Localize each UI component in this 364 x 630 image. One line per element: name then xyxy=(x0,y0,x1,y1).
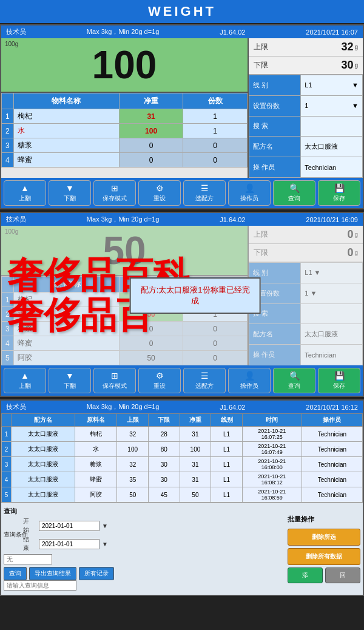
info-val-copies[interactable]: 1 ▼ xyxy=(301,95,363,116)
row-time: 2021-10-21 16:08:12 xyxy=(242,472,302,487)
p2-btn-operator[interactable]: 👤 操作员 xyxy=(228,368,271,393)
row-idx: 2 xyxy=(2,442,12,457)
p2-reset-icon: ⚙ xyxy=(156,371,164,381)
p2-btn-down[interactable]: ▼ 下翻 xyxy=(49,368,91,393)
row-count: 1 xyxy=(183,124,248,138)
start-date-input[interactable] xyxy=(39,521,99,531)
panel3-load: Max 3kg，Min 20g d=1g xyxy=(87,402,160,412)
delete-selected-btn[interactable]: 删除所选 xyxy=(288,529,360,546)
start-label: 开 始 xyxy=(23,517,36,534)
info-val-formula: 太太口服液 xyxy=(301,137,363,157)
query-right: 批量操作 删除所选 删除所有数据 添 回 xyxy=(288,506,360,592)
none-row xyxy=(4,554,285,564)
info-table: 线 别 L1 ▼ 设置份数 1 ▼ 搜 索 xyxy=(249,75,363,178)
upper-limit-label: 上限 xyxy=(254,42,278,52)
row-line: L1 xyxy=(211,442,243,457)
row-operator: Technician xyxy=(302,472,362,487)
result-row: 2 太太口服液 水 100 80 100 L1 2021-10-21 16:07… xyxy=(2,442,363,457)
btn-save-mode[interactable]: ⊞ 保存模式 xyxy=(93,180,136,206)
btn-operator[interactable]: 👤 操作员 xyxy=(228,180,271,206)
p2-query-icon: 🔍 xyxy=(289,371,300,381)
info-val-operator: Technician xyxy=(301,157,363,178)
operator-icon: 👤 xyxy=(244,183,255,193)
btn-down[interactable]: ▼ 下翻 xyxy=(49,180,91,206)
panel2-header: 技术员 Max 3kg，Min 20g d=1g J1.64.02 2021/1… xyxy=(1,213,363,226)
p2-btn-save-mode[interactable]: ⊞ 保存模式 xyxy=(93,368,136,393)
export-btn[interactable]: 导出查询结果 xyxy=(29,567,76,580)
row-num: 1 xyxy=(2,109,14,124)
weight-unit-label: 100g xyxy=(5,41,18,47)
dialog-box: 配方:太太口服液1份称重已经完成 xyxy=(130,277,261,314)
result-table: 配方名 原料名 上限 下限 净重 线别 时间 操作员 1 太太口服液 枸杞 32… xyxy=(1,413,363,503)
panel3-body: 配方名 原料名 上限 下限 净重 线别 时间 操作员 1 太太口服液 枸杞 32… xyxy=(1,413,363,595)
info-label: 搜 索 xyxy=(249,116,301,137)
p2-up-icon: ▲ xyxy=(21,371,29,381)
row-lower: 45 xyxy=(149,487,180,503)
panel2-firmware: J1.64.02 xyxy=(220,216,245,223)
info-row-line: 线 别 L1 ▼ xyxy=(249,75,363,96)
end-date-arrow[interactable]: ▼ xyxy=(102,541,115,547)
query-icon: 🔍 xyxy=(289,183,300,193)
row-line: L1 xyxy=(211,472,243,487)
query-btn[interactable]: 查询 xyxy=(4,567,27,580)
down-icon: ▼ xyxy=(66,183,74,193)
row-time: 2021-10-21 16:07:49 xyxy=(242,442,302,457)
delete-all-btn[interactable]: 删除所有数据 xyxy=(288,548,360,565)
p2-btn-select-formula[interactable]: ☰ 选配方 xyxy=(183,368,226,393)
query-section: 查询 查询条件 开 始 ▼ 结 束 ▼ xyxy=(1,503,363,595)
panel3-user: 技术员 xyxy=(6,402,26,412)
p2-btn-operator-label: 操作员 xyxy=(240,382,258,390)
upper-limit-unit: g xyxy=(354,44,358,50)
info-row-search: 搜 索 xyxy=(249,116,363,137)
info-label: 线 别 xyxy=(249,75,301,96)
query-title: 查询 xyxy=(4,506,285,517)
confirm-btn[interactable]: 回 xyxy=(325,567,360,583)
weight-value: 100 xyxy=(92,42,157,87)
row-time: 2021-10-21 16:07:25 xyxy=(242,427,302,442)
search-placeholder-row xyxy=(4,580,285,591)
lower-limit-value: 30 xyxy=(278,59,353,72)
btn-up[interactable]: ▲ 上翻 xyxy=(4,180,46,206)
none-input[interactable] xyxy=(4,554,52,564)
panel1-header: 技术员 Max 3kg，Min 20g d=1g J1.64.02 2021/1… xyxy=(1,25,363,38)
all-records-btn[interactable]: 所有记录 xyxy=(79,567,114,580)
row-net: 31 xyxy=(180,427,211,442)
panel1-datetime: 2021/10/21 16:07 xyxy=(306,29,358,36)
btn-reset[interactable]: ⚙ 重设 xyxy=(138,180,181,206)
end-date-input[interactable] xyxy=(39,539,99,549)
p2-btn-save[interactable]: 💾 保存 xyxy=(318,368,360,393)
row-count: 0 xyxy=(183,153,248,168)
row-num: 3 xyxy=(2,138,14,153)
end-label: 结 束 xyxy=(23,535,36,552)
col-num xyxy=(2,93,14,109)
row-material: 蜂蜜 xyxy=(75,472,117,487)
btn-save[interactable]: 💾 保存 xyxy=(318,180,360,206)
row-count: 1 xyxy=(183,109,248,124)
row-num: 2 xyxy=(2,124,14,138)
p2-btn-up[interactable]: ▲ 上翻 xyxy=(4,368,46,393)
p2-btn-query[interactable]: 🔍 查询 xyxy=(273,368,315,393)
row-idx: 4 xyxy=(2,472,12,487)
col-weight: 净重 xyxy=(119,93,183,109)
info-val-line[interactable]: L1 ▼ xyxy=(301,75,363,96)
add-btn[interactable]: 添 xyxy=(288,567,323,583)
search-info-input[interactable] xyxy=(4,580,76,591)
btn-query-label: 查询 xyxy=(288,194,300,203)
panel1-right: 上限 32 g 下限 30 g 线 别 L1 ▼ 设置份数 xyxy=(248,38,363,178)
row-net: 31 xyxy=(180,472,211,487)
p2-btn-query-label: 查询 xyxy=(288,382,300,390)
row-weight: 0 xyxy=(119,138,183,153)
panel2-weight-area: 100g 50 xyxy=(1,226,248,276)
small-btn-row: 添 回 xyxy=(288,567,360,583)
col-formula: 配方名 xyxy=(12,414,75,427)
btn-operator-label: 操作员 xyxy=(240,194,258,203)
btn-select-formula[interactable]: ☰ 选配方 xyxy=(183,180,226,206)
start-date-arrow[interactable]: ▼ xyxy=(102,523,115,529)
col-idx xyxy=(2,414,12,427)
btn-reset-label: 重设 xyxy=(153,194,166,203)
info-val-search[interactable] xyxy=(301,116,363,137)
result-row: 1 太太口服液 枸杞 32 28 31 L1 2021-10-21 16:07:… xyxy=(2,427,363,442)
p2-btn-reset[interactable]: ⚙ 重设 xyxy=(138,368,181,393)
btn-query[interactable]: 🔍 查询 xyxy=(273,180,315,206)
panel1-weight: 技术员 Max 3kg，Min 20g d=1g J1.64.02 2021/1… xyxy=(0,24,364,209)
